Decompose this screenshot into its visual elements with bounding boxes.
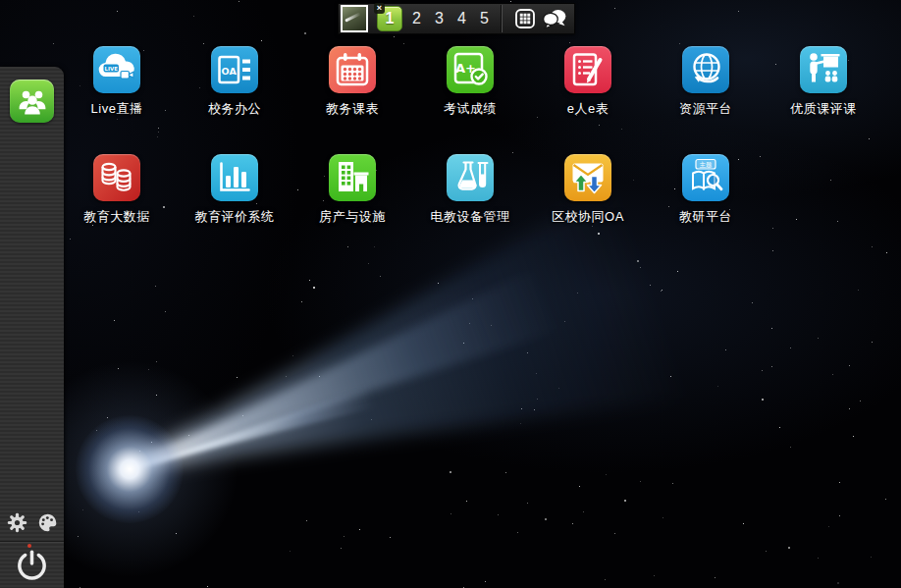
app-lesson-evaluation[interactable]: 优质课评课 — [765, 46, 882, 118]
grid-icon — [514, 8, 536, 29]
page-tab-label: 4 — [457, 10, 466, 27]
wallpaper-thumbnail-button[interactable] — [341, 5, 368, 32]
app-exam-scores[interactable]: A+ 考试成绩 — [411, 46, 529, 118]
app-school-office-oa[interactable]: OA 校务办公 — [176, 46, 293, 118]
toolbar-divider — [501, 5, 503, 32]
svg-text:OA: OA — [222, 66, 238, 77]
app-label: 教育评价系统 — [195, 208, 275, 226]
svg-text:主题: 主题 — [700, 161, 713, 169]
close-page-icon[interactable]: × — [374, 3, 385, 14]
app-label: e人e表 — [567, 100, 609, 118]
app-curriculum-timetable[interactable]: 教务课表 — [293, 46, 411, 118]
svg-text:LIVE: LIVE — [105, 66, 119, 72]
app-resource-platform[interactable]: 资源平台 — [647, 46, 765, 118]
app-e-form[interactable]: e人e表 — [529, 46, 647, 118]
app-label: 教研平台 — [679, 208, 732, 226]
page-tab-2[interactable]: 2 — [405, 4, 428, 33]
app-teaching-research-platform[interactable]: 主题 教研平台 — [647, 154, 765, 226]
page-tab-4[interactable]: 4 — [450, 4, 473, 33]
e-form-icon — [564, 46, 611, 93]
app-label: 房产与设施 — [319, 208, 386, 226]
flask-icon — [447, 154, 494, 201]
app-label: 教务课表 — [326, 100, 379, 118]
app-live-broadcast[interactable]: LIVE Live直播 — [58, 46, 176, 118]
school-office-icon: OA — [211, 46, 258, 93]
mail-sync-icon — [564, 154, 611, 201]
palette-icon — [36, 511, 59, 534]
messages-button[interactable] — [542, 6, 567, 31]
app-label: 校务办公 — [208, 100, 261, 118]
app-district-school-oa[interactable]: 区校协同OA — [529, 154, 647, 226]
app-education-big-data[interactable]: 教育大数据 — [58, 154, 176, 226]
power-section — [0, 541, 64, 588]
settings-button[interactable] — [5, 510, 28, 534]
book-search-icon: 主题 — [682, 154, 729, 201]
page-tab-label: 5 — [480, 10, 489, 27]
app-label: 优质课评课 — [790, 100, 857, 118]
app-av-equipment-management[interactable]: 电教设备管理 — [411, 154, 529, 226]
live-broadcast-icon: LIVE — [93, 46, 140, 93]
app-grid-button[interactable] — [512, 6, 538, 31]
chat-icon — [542, 8, 567, 29]
app-label: 资源平台 — [679, 100, 732, 118]
notification-dot — [27, 544, 31, 548]
page-tab-5[interactable]: 5 — [473, 4, 496, 33]
buildings-icon — [329, 154, 376, 201]
database-icon — [93, 154, 140, 201]
calendar-icon — [329, 46, 376, 93]
dock-sidebar — [0, 67, 64, 588]
lecture-board-icon — [800, 46, 847, 93]
users-icon — [14, 82, 51, 120]
user-group-button[interactable] — [10, 80, 54, 123]
page-tab-3[interactable]: 3 — [428, 4, 450, 33]
power-icon — [13, 546, 51, 584]
page-switcher-bar: 1 × 2 3 4 5 — [338, 3, 575, 34]
app-label: Live直播 — [91, 100, 143, 118]
power-button[interactable] — [13, 546, 51, 584]
bar-chart-icon — [211, 154, 258, 201]
app-label: 电教设备管理 — [431, 208, 510, 226]
page-tab-label: 3 — [435, 10, 444, 27]
page-tab-label: 2 — [412, 10, 421, 27]
app-row-2: 教育大数据 教育评价系统 — [58, 154, 765, 226]
gear-icon — [6, 511, 28, 534]
comet-head — [76, 415, 184, 523]
app-row-1: LIVE Live直播 OA 校务办公 — [58, 46, 882, 118]
globe-icon — [682, 46, 729, 93]
app-label: 考试成绩 — [444, 100, 497, 118]
app-label: 教育大数据 — [83, 208, 150, 226]
page-tab-1[interactable]: 1 × — [377, 6, 402, 31]
exam-scores-icon: A+ — [447, 46, 494, 93]
app-property-facilities[interactable]: 房产与设施 — [293, 154, 411, 226]
app-label: 区校协同OA — [552, 208, 624, 226]
theme-button[interactable] — [35, 510, 59, 534]
app-education-evaluation-system[interactable]: 教育评价系统 — [176, 154, 293, 226]
page-tab-label: 1 — [386, 10, 395, 27]
